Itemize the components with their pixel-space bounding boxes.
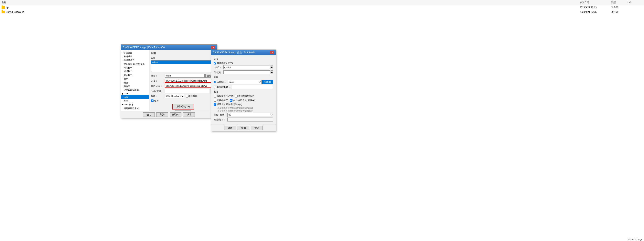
delete-button[interactable]: 删除(D) — [175, 110, 191, 111]
remote-push-title: D:\office\IDEA\Spring - 推送 - TortoiseGit — [213, 51, 255, 54]
other-url-row: 其他URL(U)： — [214, 85, 273, 89]
remote-push-help-button[interactable]: 帮助 — [251, 126, 263, 130]
remote-target-row: 远端(M)： origin 管理(G) — [214, 80, 273, 84]
tree-item-hooks[interactable]: ▾ Hook 脚本 — [121, 103, 149, 107]
remote-name-label: 远端： — [151, 74, 165, 77]
remote-branch-label: 远端(R) — [214, 71, 224, 74]
tracking-checkbox[interactable] — [214, 62, 216, 65]
remote-branch-input[interactable] — [224, 70, 270, 74]
push-url-label: 推送 URL： — [151, 85, 165, 88]
local-branch-row: 本地(L) ▶ — [214, 65, 273, 69]
tree-item-general[interactable]: ▸ 常规设置 — [121, 51, 149, 55]
putty-key-row: Putty 密钥 ... — [151, 89, 215, 93]
tree-item-color1[interactable]: 颜色一 — [121, 77, 149, 81]
remote-target-dropdown[interactable]: origin — [228, 80, 262, 84]
include-tags-checkbox[interactable] — [214, 99, 216, 102]
remote-name-input[interactable] — [165, 74, 204, 78]
manage-button[interactable]: 管理(G) — [262, 80, 273, 84]
file-type: 文件夹 — [611, 10, 627, 14]
remote-radio[interactable] — [214, 81, 216, 83]
file-name-text: SpringHelloWorld — [6, 11, 24, 13]
status-dropdown[interactable]: 可达 (Reachable) — [165, 94, 184, 98]
settings-close-button[interactable]: ✕ — [211, 46, 215, 49]
settings-dialog: D:\office\IDEA\Spring - 设置 - TortoiseGit… — [121, 45, 217, 118]
tree-item-context-menu2[interactable]: 右键菜单二 — [121, 58, 149, 62]
force-overwrite-label: 强制覆盖所有(Y) — [238, 95, 254, 98]
file-date: 2023/9/21 22:13 — [580, 6, 611, 9]
tree-item-issue-config[interactable]: 问题跟踪器配置 — [121, 110, 149, 111]
tree-item-color2[interactable]: 颜色二 — [121, 81, 149, 85]
force-reset-label: 强制重置日记(W) — [217, 95, 234, 98]
status-row: 标签： 可达 (Reachable) 推送默认 — [151, 94, 215, 98]
tree-item-remote[interactable]: 远端 — [121, 95, 149, 99]
remote-list-item[interactable]: origin — [151, 61, 215, 64]
file-explorer: 名称 修改日期 类型 大小 .git 2023/9/21 22:13 文件夹 S… — [0, 0, 644, 241]
target-divider: 目标 — [214, 76, 273, 79]
col-type[interactable]: 类型 — [611, 1, 627, 4]
proxy-row: 推送项(O)： — [214, 118, 273, 121]
tree-item-local[interactable]: 本地 — [121, 99, 149, 103]
force-overwrite-checkbox[interactable] — [235, 95, 238, 98]
tree-item-color3[interactable]: 颜色三 — [121, 85, 149, 88]
col-date[interactable]: 修改日期 — [580, 1, 611, 4]
local-branch-input[interactable] — [224, 65, 270, 69]
url-input[interactable] — [165, 79, 215, 83]
options-row1: 强制重置日记(W) 强制覆盖所有(Y) — [214, 95, 273, 98]
remote-push-dialog: D:\office\IDEA\Spring - 推送 - TortoiseGit… — [211, 50, 276, 131]
auto-putty-checkbox[interactable] — [230, 99, 232, 102]
remote-label: 远端 — [151, 57, 215, 60]
list-item[interactable]: .git 2023/9/21 22:13 文件夹 — [0, 5, 644, 10]
local-branch-arrow[interactable]: ▶ — [270, 65, 273, 69]
remote-push-titlebar: D:\office\IDEA\Spring - 推送 - TortoiseGit… — [211, 50, 276, 55]
prune-checkbox[interactable] — [151, 99, 154, 102]
tree-item-dialog3[interactable]: 对话框三 — [121, 73, 149, 77]
tree-item-git[interactable]: ◆ Git ▸ — [121, 92, 149, 95]
tag-submodule-row: 递归子模块 无 — [214, 113, 273, 117]
remote-list-box[interactable]: origin — [151, 60, 215, 72]
settings-titlebar: D:\office\IDEA\Spring - 设置 - TortoiseGit… — [121, 45, 217, 50]
tree-item-win11-menu[interactable]: Windows 11 右键菜单 — [121, 62, 149, 66]
force-reset-checkbox[interactable] — [214, 95, 216, 98]
status-bar: ©2014 BTung+ — [626, 238, 644, 241]
tree-item-modern-editor[interactable]: 现代代码编辑器 — [121, 88, 149, 92]
force-reset-row: 强制重置日记(W) — [214, 95, 234, 98]
putty-key-input[interactable] — [165, 89, 209, 93]
remote-push-ok-button[interactable]: 确定 — [224, 126, 236, 130]
add-save-button[interactable]: 添加/保存(A) — [172, 104, 194, 110]
proxy-input[interactable] — [227, 118, 273, 121]
settings-title: D:\office\IDEA\Spring - 设置 - TortoiseGit — [122, 46, 165, 49]
remote-push-cancel-button[interactable]: 取消 — [238, 126, 249, 130]
auto-putty-label: 自动加密 Putty 密钥(A) — [233, 99, 255, 102]
other-url-radio[interactable] — [214, 86, 216, 88]
remote-push-close-button[interactable]: ✕ — [270, 51, 274, 54]
push-default-checkbox-label: 推送默认 — [186, 95, 197, 98]
settings-ok-button[interactable]: 确定 — [143, 112, 155, 117]
tree-item-context-menu[interactable]: 右键菜单 — [121, 55, 149, 58]
settings-help-button[interactable]: 帮助 — [183, 112, 195, 117]
settings-apply-button[interactable]: 应用(A) — [170, 112, 182, 117]
col-name[interactable]: 名称 — [2, 1, 580, 4]
settings-cancel-button[interactable]: 取消 — [156, 112, 168, 117]
col-size[interactable]: 大小 — [627, 1, 642, 4]
status-label: 标签： — [151, 95, 165, 98]
folder-icon — [2, 6, 5, 9]
set-upstream-label: 设置上游/跟踪远端分支(S) — [217, 103, 242, 106]
remote-name-row: 远端： 重命名 — [151, 74, 215, 78]
tree-item-dialog1[interactable]: 对话框一 — [121, 66, 149, 70]
tree-item-issue-tracker[interactable]: 问题跟踪器集成 — [121, 107, 149, 110]
push-default-checkbox[interactable] — [186, 95, 188, 98]
reference-title: 引用 — [214, 57, 273, 60]
other-url-input[interactable] — [232, 85, 273, 89]
remote-branch-arrow[interactable]: ▶ — [270, 70, 273, 74]
sub-option1: 总是推送这个本地分支到跟踪的远端回调 — [214, 107, 273, 109]
sub-option2: 总是推送这个本地分支到指定的远端分支 — [214, 110, 273, 112]
submodule-dropdown[interactable]: 无 — [227, 113, 273, 117]
list-item[interactable]: SpringHelloWorld 2023/9/21 22:05 文件夹 — [0, 10, 644, 14]
tree-item-dialog2[interactable]: 对话框二 — [121, 70, 149, 73]
push-url-input[interactable] — [165, 84, 215, 88]
set-upstream-checkbox[interactable] — [214, 103, 216, 106]
prune-row: 修剪 — [151, 99, 215, 102]
file-table-header: 名称 修改日期 类型 大小 — [0, 0, 644, 5]
file-date: 2023/9/21 22:05 — [580, 11, 611, 13]
push-url-row: 推送 URL： — [151, 84, 215, 88]
